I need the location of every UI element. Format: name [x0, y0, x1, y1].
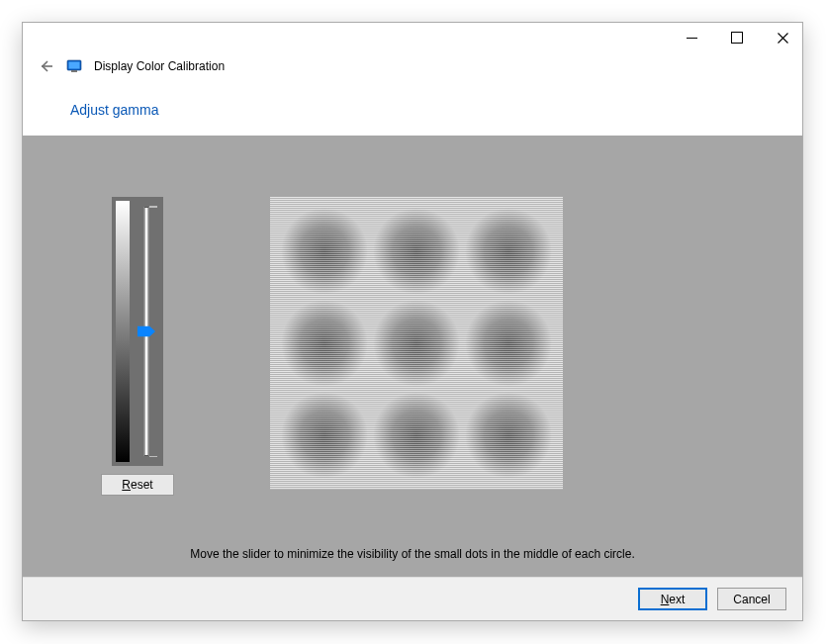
slider-thumb[interactable]: [138, 326, 155, 337]
reset-accelerator: R: [122, 478, 131, 492]
content-area: Reset: [23, 136, 802, 577]
minimize-button[interactable]: [678, 26, 705, 49]
header: Display Color Calibration: [23, 52, 802, 80]
back-arrow-icon[interactable]: [37, 57, 54, 75]
cancel-label: Cancel: [733, 593, 770, 606]
gamma-slider[interactable]: [112, 197, 163, 466]
svg-rect-2: [71, 70, 77, 72]
svg-rect-17: [270, 197, 563, 490]
slider-tick-top: [149, 206, 157, 208]
slider-track[interactable]: [134, 201, 159, 462]
next-button[interactable]: Next: [638, 588, 707, 610]
gradient-strip: [116, 201, 130, 462]
instruction-text: Move the slider to minimize the visibili…: [23, 547, 802, 561]
gamma-test-pattern: [270, 197, 563, 490]
page-heading: Adjust gamma: [23, 80, 802, 136]
app-title: Display Color Calibration: [94, 59, 225, 73]
reset-button[interactable]: Reset: [101, 474, 174, 496]
cancel-button[interactable]: Cancel: [717, 588, 786, 610]
svg-rect-1: [69, 62, 80, 69]
titlebar: [23, 23, 802, 52]
maximize-button[interactable]: [723, 26, 751, 49]
next-label-rest: ext: [669, 593, 685, 606]
footer: Next Cancel: [23, 577, 802, 620]
calibration-window: Display Color Calibration Adjust gamma R…: [22, 22, 803, 621]
app-icon: [66, 58, 82, 74]
close-button[interactable]: [769, 26, 796, 49]
slider-tick-bottom: [149, 456, 157, 458]
reset-label-rest: eset: [131, 478, 153, 492]
